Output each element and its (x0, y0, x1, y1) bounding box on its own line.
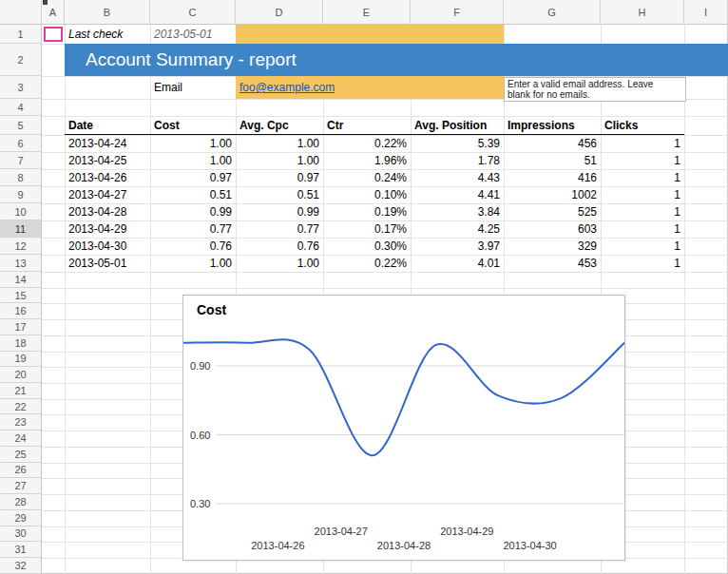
cell-D7[interactable]: 1.00 (236, 152, 323, 169)
cell-G8[interactable]: 416 (504, 169, 601, 186)
cell-E7[interactable]: 1.96% (323, 152, 411, 169)
email-link[interactable]: foo@example.com (239, 81, 335, 94)
cell-G13[interactable]: 453 (504, 255, 601, 272)
cell-B10[interactable]: 2013-04-28 (65, 203, 150, 220)
row-header-10[interactable]: 10 (0, 203, 42, 220)
row-header-12[interactable]: 12 (0, 238, 42, 255)
cell-G10[interactable]: 525 (504, 203, 601, 220)
cell-F10[interactable]: 3.84 (411, 203, 504, 220)
cell-F11[interactable]: 4.25 (411, 220, 504, 238)
cell-B13[interactable]: 2013-05-01 (65, 255, 150, 272)
row-header-21[interactable]: 21 (0, 383, 42, 399)
cell-B12[interactable]: 2013-04-30 (65, 238, 150, 255)
cell-G6[interactable]: 456 (504, 135, 601, 152)
column-header-G[interactable]: G (504, 0, 601, 25)
row-header-31[interactable]: 31 (0, 542, 42, 558)
row-header-29[interactable]: 29 (0, 510, 42, 526)
cell-H9[interactable]: 1 (601, 186, 684, 203)
cell-H12[interactable]: 1 (601, 238, 684, 255)
cell-D10[interactable]: 0.99 (236, 203, 323, 220)
cell-C11[interactable]: 0.77 (150, 220, 236, 238)
column-header-D[interactable]: D (236, 0, 323, 25)
embedded-chart[interactable]: Cost 0.300.600.902013-04-262013-04-27201… (182, 295, 625, 561)
cell-G11[interactable]: 603 (504, 220, 601, 238)
cell-C7[interactable]: 1.00 (150, 152, 236, 169)
row-header-14[interactable]: 14 (0, 272, 42, 288)
row-header-9[interactable]: 9 (0, 186, 42, 203)
cell-E13[interactable]: 0.22% (323, 255, 411, 272)
cell-B9[interactable]: 2013-04-27 (65, 186, 150, 203)
cell-C6[interactable]: 1.00 (150, 135, 236, 152)
cell-F6[interactable]: 5.39 (411, 135, 504, 152)
cell-C5[interactable]: Cost (150, 116, 236, 135)
cell-E12[interactable]: 0.30% (323, 238, 411, 255)
cell-last-check-value[interactable]: 2013-05-01 (150, 25, 236, 44)
cell-E11[interactable]: 0.17% (323, 220, 411, 238)
row-header-8[interactable]: 8 (0, 169, 42, 186)
column-header-C[interactable]: C (150, 0, 236, 25)
row-header-24[interactable]: 24 (0, 430, 42, 447)
highlighted-range-d3-f3[interactable]: foo@example.com (236, 76, 504, 99)
cell-E5[interactable]: Ctr (323, 116, 411, 135)
row-header-20[interactable]: 20 (0, 367, 42, 383)
column-header-I[interactable]: I (684, 0, 728, 25)
cell-H11[interactable]: 1 (601, 220, 684, 238)
cell-E6[interactable]: 0.22% (323, 135, 411, 152)
select-all-corner[interactable] (0, 0, 42, 25)
cell-D5[interactable]: Avg. Cpc (236, 116, 323, 135)
cell-H6[interactable]: 1 (601, 135, 684, 152)
cell-last-check-label[interactable]: Last check (65, 25, 150, 44)
cell-C8[interactable]: 0.97 (150, 169, 236, 186)
cell-B7[interactable]: 2013-04-25 (65, 152, 150, 169)
row-header-23[interactable]: 23 (0, 414, 42, 430)
row-header-18[interactable]: 18 (0, 335, 42, 352)
cell-H8[interactable]: 1 (601, 169, 684, 186)
cell-B6[interactable]: 2013-04-24 (65, 135, 150, 152)
cell-D9[interactable]: 0.51 (236, 186, 323, 203)
row-header-7[interactable]: 7 (0, 152, 42, 169)
row-header-3[interactable]: 3 (0, 76, 42, 99)
cell-C12[interactable]: 0.76 (150, 238, 236, 255)
cell-D13[interactable]: 1.00 (236, 255, 323, 272)
cell-F12[interactable]: 3.97 (411, 238, 504, 255)
row-header-22[interactable]: 22 (0, 399, 42, 415)
cell-F9[interactable]: 4.41 (411, 186, 504, 203)
cell-H13[interactable]: 1 (601, 255, 684, 272)
row-header-28[interactable]: 28 (0, 494, 42, 510)
cell-D6[interactable]: 1.00 (236, 135, 323, 152)
row-header-5[interactable]: 5 (0, 116, 42, 135)
row-header-16[interactable]: 16 (0, 303, 42, 319)
row-header-1[interactable]: 1 (0, 25, 42, 44)
cell-F5[interactable]: Avg. Position (411, 116, 504, 135)
cell-H5[interactable]: Clicks (601, 116, 684, 135)
cell-C10[interactable]: 0.99 (150, 203, 236, 220)
row-header-27[interactable]: 27 (0, 478, 42, 494)
row-header-4[interactable]: 4 (0, 99, 42, 116)
cell-E8[interactable]: 0.24% (323, 169, 411, 186)
cell-F13[interactable]: 4.01 (411, 255, 504, 272)
cell-email-label[interactable]: Email (150, 76, 236, 99)
cell-F7[interactable]: 1.78 (411, 152, 504, 169)
cell-E9[interactable]: 0.10% (323, 186, 411, 203)
cell-B8[interactable]: 2013-04-26 (65, 169, 150, 186)
row-header-25[interactable]: 25 (0, 447, 42, 463)
row-header-30[interactable]: 30 (0, 526, 42, 543)
column-header-H[interactable]: H (601, 0, 684, 25)
highlighted-range-d1-f1[interactable] (236, 25, 504, 44)
row-header-15[interactable]: 15 (0, 288, 42, 304)
cell-G7[interactable]: 51 (504, 152, 601, 169)
row-header-13[interactable]: 13 (0, 255, 42, 272)
cell-B11[interactable]: 2013-04-29 (65, 220, 150, 238)
column-header-F[interactable]: F (411, 0, 504, 25)
row-header-32[interactable]: 32 (0, 558, 42, 574)
column-header-B[interactable]: B (65, 0, 150, 25)
row-header-11[interactable]: 11 (0, 220, 42, 238)
cell-B5[interactable]: Date (65, 116, 150, 135)
cell-E10[interactable]: 0.19% (323, 203, 411, 220)
row-header-26[interactable]: 26 (0, 463, 42, 479)
cell-D8[interactable]: 0.97 (236, 169, 323, 186)
cell-C9[interactable]: 0.51 (150, 186, 236, 203)
cell-C13[interactable]: 1.00 (150, 255, 236, 272)
row-header-2[interactable]: 2 (0, 44, 42, 76)
row-header-17[interactable]: 17 (0, 319, 42, 335)
